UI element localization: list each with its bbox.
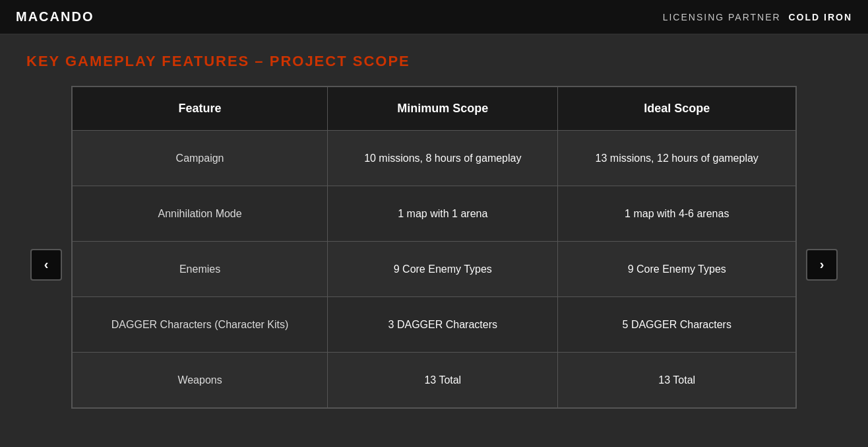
cell-minimum-2: 9 Core Enemy Types <box>328 242 558 297</box>
table-row: Enemies9 Core Enemy Types9 Core Enemy Ty… <box>73 242 796 297</box>
cell-minimum-3: 3 DAGGER Characters <box>328 297 558 353</box>
col-header-minimum: Minimum Scope <box>328 87 558 131</box>
col-header-feature: Feature <box>73 87 328 131</box>
features-table-container: Feature Minimum Scope Ideal Scope Campai… <box>71 86 797 409</box>
partner-info: LICENSING PARTNER COLD IRON <box>663 12 852 22</box>
cell-minimum-4: 13 Total <box>328 353 558 408</box>
next-button[interactable]: › <box>806 249 838 281</box>
right-arrow-icon: › <box>820 257 824 272</box>
table-row: Weapons13 Total13 Total <box>73 353 796 408</box>
cell-feature-2: Enemies <box>73 242 328 297</box>
header: MACANDO LICENSING PARTNER COLD IRON <box>0 0 868 34</box>
partner-label: LICENSING PARTNER <box>663 12 781 22</box>
cell-feature-1: Annihilation Mode <box>73 186 328 242</box>
content-wrapper: ‹ Feature Minimum Scope Ideal Scope Camp… <box>26 86 842 409</box>
cell-ideal-1: 1 map with 4-6 arenas <box>558 186 796 242</box>
cell-minimum-1: 1 map with 1 arena <box>328 186 558 242</box>
cell-ideal-4: 13 Total <box>558 353 796 408</box>
col-header-ideal: Ideal Scope <box>558 87 796 131</box>
cell-feature-4: Weapons <box>73 353 328 408</box>
cell-ideal-0: 13 missions, 12 hours of gameplay <box>558 131 796 186</box>
cell-ideal-2: 9 Core Enemy Types <box>558 242 796 297</box>
table-row: Annihilation Mode1 map with 1 arena1 map… <box>73 186 796 242</box>
table-header-row: Feature Minimum Scope Ideal Scope <box>73 87 796 131</box>
cell-minimum-0: 10 missions, 8 hours of gameplay <box>328 131 558 186</box>
table-row: DAGGER Characters (Character Kits)3 DAGG… <box>73 297 796 353</box>
left-arrow-icon: ‹ <box>44 257 49 272</box>
prev-button[interactable]: ‹ <box>30 249 62 281</box>
features-table: Feature Minimum Scope Ideal Scope Campai… <box>72 86 796 408</box>
table-row: Campaign10 missions, 8 hours of gameplay… <box>73 131 796 186</box>
cell-ideal-3: 5 DAGGER Characters <box>558 297 796 353</box>
logo: MACANDO <box>16 9 94 24</box>
partner-name: COLD IRON <box>788 12 852 22</box>
cell-feature-3: DAGGER Characters (Character Kits) <box>73 297 328 353</box>
main-content: KEY GAMEPLAY FEATURES – PROJECT SCOPE ‹ … <box>0 34 868 422</box>
cell-feature-0: Campaign <box>73 131 328 186</box>
page-title: KEY GAMEPLAY FEATURES – PROJECT SCOPE <box>26 53 842 70</box>
